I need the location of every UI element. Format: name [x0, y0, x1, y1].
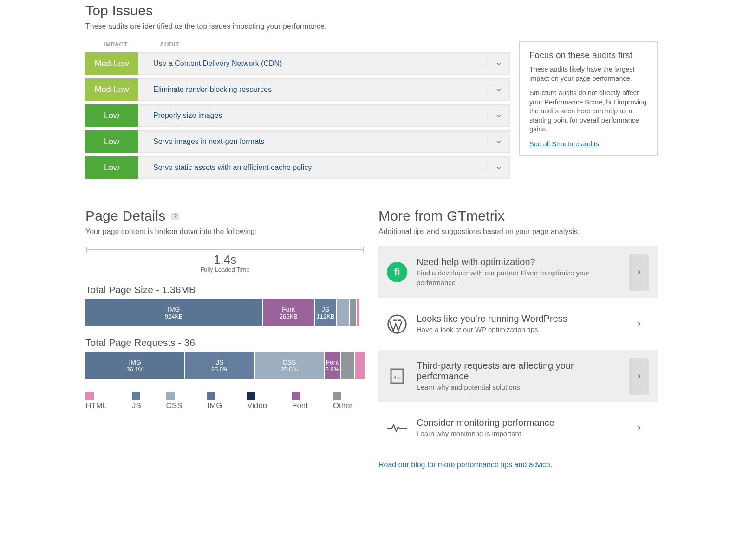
more-subtitle: Additional tips and suggestions based on…	[378, 228, 658, 236]
fiverr-icon: fi	[387, 262, 407, 282]
impact-pill: Low	[85, 156, 138, 179]
legend-swatch	[132, 392, 140, 400]
chart-segment: JS25.0%	[185, 352, 254, 379]
legend-swatch	[207, 392, 215, 400]
audit-row[interactable]: Low Properly size images	[85, 104, 510, 127]
legend-item: CSS	[166, 392, 195, 410]
focus-p2: Structure audits do not directly affect …	[529, 89, 648, 134]
tip-desc: Have a look at our WP optimization tips	[417, 325, 619, 334]
audit-label: Eliminate render-blocking resources	[138, 85, 272, 94]
chevron-right-icon[interactable]	[629, 410, 649, 447]
tip-card[interactable]: 3rd Third-party requests are affecting y…	[378, 350, 658, 402]
tip-card[interactable]: Consider monitoring performance Learn wh…	[378, 402, 658, 454]
chart-segment	[357, 299, 359, 326]
chart-segment: IMG36.1%	[85, 352, 184, 379]
timeline-bar	[86, 249, 364, 250]
tip-title: Third-party requests are affecting your …	[417, 360, 619, 382]
top-issues-table: IMPACT AUDIT Med-Low Use a Content Deliv…	[85, 41, 510, 182]
chart-segment: Font5.6%	[325, 352, 340, 379]
focus-p1: These audits likely have the largest imp…	[529, 65, 648, 83]
total-page-requests-title: Total Page Requests - 36	[85, 337, 365, 348]
focus-title: Focus on these audits first	[529, 50, 648, 60]
tip-title: Consider monitoring performance	[417, 417, 619, 428]
tip-desc: Find a developer with our partner Fiverr…	[417, 268, 619, 287]
legend-item: Font	[292, 392, 320, 410]
wordpress-icon	[387, 314, 407, 334]
col-header-audit: AUDIT	[146, 41, 510, 48]
page-requests-chart: IMG36.1%JS25.0%CSS25.0%Font5.6%	[85, 352, 365, 379]
page-details-subtitle: Your page content is broken down into th…	[85, 228, 365, 236]
legend-swatch	[292, 392, 300, 400]
chevron-down-icon[interactable]	[487, 86, 509, 93]
audit-label: Use a Content Delivery Network (CDN)	[138, 59, 282, 68]
help-icon[interactable]: ?	[171, 213, 179, 220]
col-header-impact: IMPACT	[85, 41, 146, 48]
fully-loaded-time-label: Fully Loaded Time	[85, 266, 365, 273]
chart-segment	[350, 299, 356, 326]
svg-text:3rd: 3rd	[393, 375, 401, 380]
read-blog-link[interactable]: Read our blog for more performance tips …	[378, 461, 658, 469]
tip-title: Looks like you're running WordPress	[417, 313, 619, 324]
divider	[85, 195, 658, 195]
tip-card[interactable]: Looks like you're running WordPress Have…	[378, 298, 658, 350]
top-issues-subtitle: These audits are identified as the top i…	[85, 22, 658, 31]
impact-pill: Low	[85, 130, 138, 153]
focus-card: Focus on these audits first These audits…	[519, 41, 658, 156]
chevron-down-icon[interactable]	[487, 138, 509, 145]
audit-row[interactable]: Med-Low Eliminate render-blocking resour…	[85, 78, 510, 101]
chart-legend: HTML JS CSS IMG Video Font Other	[85, 392, 365, 410]
fully-loaded-time-value: 1.4s	[85, 253, 365, 267]
page-size-chart: IMG924KBFont266KBJS112KB	[85, 299, 365, 326]
audit-label: Properly size images	[138, 111, 222, 120]
tip-card[interactable]: fi Need help with optimization? Find a d…	[378, 246, 658, 298]
page-details-title: Page Details ?	[85, 208, 365, 224]
chart-segment: IMG924KB	[85, 299, 262, 326]
more-title: More from GTmetrix	[378, 208, 658, 224]
chevron-down-icon[interactable]	[487, 164, 509, 171]
chart-segment	[360, 299, 365, 326]
audit-row[interactable]: Low Serve static assets with an efficien…	[85, 156, 510, 179]
chevron-right-icon[interactable]	[629, 306, 649, 343]
audit-label: Serve images in next-gen formats	[138, 137, 264, 146]
tip-desc: Learn why monitoring is important	[417, 429, 619, 438]
chart-segment: JS112KB	[315, 299, 336, 326]
total-page-size-title: Total Page Size - 1.36MB	[85, 284, 365, 295]
legend-item: HTML	[85, 392, 119, 410]
tip-title: Need help with optimization?	[417, 257, 619, 267]
chart-segment	[337, 299, 349, 326]
chevron-down-icon[interactable]	[487, 60, 509, 67]
legend-item: IMG	[207, 392, 234, 410]
legend-item: Video	[247, 392, 279, 410]
legend-swatch	[85, 392, 94, 400]
impact-pill: Med-Low	[85, 52, 138, 75]
legend-item: JS	[132, 392, 153, 410]
audit-label: Serve static assets with an efficient ca…	[138, 163, 312, 172]
audit-row[interactable]: Med-Low Use a Content Delivery Network (…	[85, 52, 510, 75]
legend-swatch	[333, 392, 341, 400]
impact-pill: Low	[85, 104, 138, 127]
third-party-icon: 3rd	[387, 366, 407, 386]
chevron-down-icon[interactable]	[487, 112, 509, 119]
legend-swatch	[247, 392, 255, 400]
chart-segment	[355, 352, 365, 379]
tip-desc: Learn why and potential solutions	[417, 383, 619, 392]
top-issues-title: Top Issues	[85, 3, 658, 19]
chevron-right-icon[interactable]	[629, 358, 649, 395]
chart-segment	[341, 352, 355, 379]
chevron-right-icon[interactable]	[629, 254, 649, 291]
legend-swatch	[166, 392, 175, 400]
audit-row[interactable]: Low Serve images in next-gen formats	[85, 130, 510, 153]
monitor-icon	[387, 418, 407, 438]
chart-segment: CSS25.0%	[255, 352, 324, 379]
see-all-structure-audits-link[interactable]: See all Structure audits	[529, 140, 599, 148]
legend-item: Other	[333, 392, 365, 410]
impact-pill: Med-Low	[85, 78, 138, 101]
chart-segment: Font266KB	[263, 299, 314, 326]
